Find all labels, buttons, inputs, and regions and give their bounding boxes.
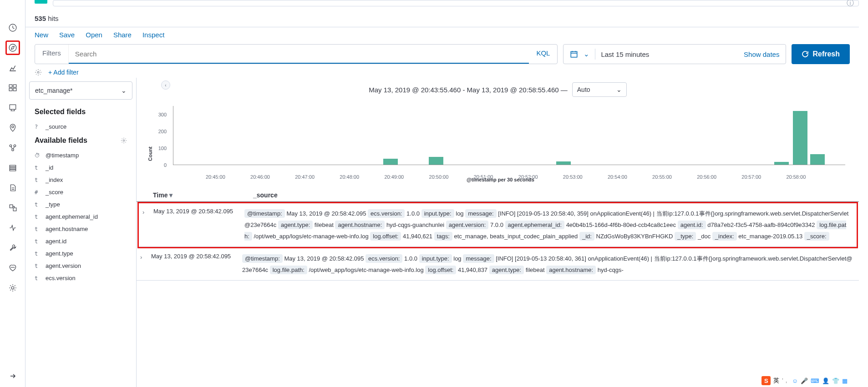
svg-point-18	[37, 71, 39, 73]
menu-save[interactable]: Save	[59, 31, 75, 39]
field-item[interactable]: ?_source	[25, 121, 136, 133]
table-header: Time ▾ _source	[137, 188, 859, 202]
svg-rect-14	[10, 205, 13, 208]
logs-icon[interactable]	[5, 181, 20, 195]
svg-point-19	[123, 140, 125, 141]
top-menu: New Save Open Share Inspect	[25, 31, 859, 44]
chart-bar[interactable]	[429, 157, 443, 165]
apm-icon[interactable]	[5, 201, 20, 215]
show-dates-link[interactable]: Show dates	[744, 50, 779, 58]
ml-icon[interactable]	[5, 141, 20, 155]
field-item[interactable]: t_id	[25, 161, 136, 174]
svg-rect-11	[10, 165, 16, 166]
field-item[interactable]: tagent.ephemeral_id	[25, 211, 136, 223]
svg-rect-6	[10, 105, 16, 109]
chart-bar[interactable]	[774, 162, 789, 165]
visualize-icon[interactable]	[5, 60, 20, 75]
search-input[interactable]	[69, 45, 529, 64]
field-item[interactable]: tecs.version	[25, 272, 136, 284]
expand-icon[interactable]: ›	[142, 208, 153, 242]
discover-icon[interactable]	[5, 40, 20, 55]
fields-panel: etc_manage* ⌄ Selected fields ?_source A…	[25, 78, 137, 387]
svg-rect-5	[13, 88, 16, 91]
main-content: ⓘ 535 hits New Save Open Share Inspect F…	[25, 0, 859, 387]
svg-rect-4	[9, 88, 12, 91]
field-item[interactable]: ⏱@timestamp	[25, 149, 136, 161]
gear-icon[interactable]	[121, 137, 127, 144]
svg-point-1	[9, 44, 16, 51]
menu-share[interactable]: Share	[113, 31, 132, 39]
doc-time: May 13, 2019 @ 20:58:42.095	[153, 208, 244, 242]
field-item[interactable]: t_index	[25, 174, 136, 186]
info-icon[interactable]: ⓘ	[847, 0, 854, 8]
expand-icon[interactable]: ›	[140, 253, 151, 276]
svg-point-8	[10, 145, 12, 147]
hits-bar: 535 hits	[25, 10, 859, 27]
interval-select[interactable]: Auto ⌄	[572, 82, 627, 97]
doc-source: @timestamp: May 13, 2019 @ 20:58:42.095 …	[242, 253, 855, 276]
monitoring-icon[interactable]	[5, 261, 20, 275]
menu-open[interactable]: Open	[86, 31, 102, 39]
svg-rect-13	[10, 169, 16, 171]
chart-bar[interactable]	[793, 111, 807, 165]
chart-bar[interactable]	[383, 159, 398, 165]
menu-inspect[interactable]: Inspect	[142, 31, 164, 39]
collapse-panel-icon[interactable]: ‹	[161, 80, 170, 90]
svg-point-16	[11, 286, 14, 289]
chevron-down-icon: ⌄	[584, 50, 589, 58]
refresh-button[interactable]: Refresh	[792, 44, 850, 64]
field-item[interactable]: tagent.hostname	[25, 223, 136, 235]
add-filter-link[interactable]: + Add filter	[48, 69, 79, 76]
table-row: › May 13, 2019 @ 20:58:42.095 @timestamp…	[137, 248, 859, 281]
hits-count: 535	[35, 15, 46, 22]
svg-point-7	[11, 126, 14, 128]
chart-bar[interactable]	[810, 154, 825, 165]
chevron-down-icon: ⌄	[121, 87, 127, 94]
svg-rect-2	[9, 85, 12, 87]
doc-time: May 13, 2019 @ 20:58:42.095	[151, 253, 242, 276]
collapse-icon[interactable]	[5, 369, 20, 383]
query-bar: Filters KQL	[35, 44, 558, 64]
chevron-down-icon: ⌄	[616, 86, 622, 93]
nav-sidebar	[0, 0, 25, 387]
kql-toggle[interactable]: KQL	[529, 45, 557, 64]
ime-logo: S	[761, 376, 771, 385]
maps-icon[interactable]	[5, 121, 20, 135]
devtools-icon[interactable]	[5, 241, 20, 255]
doc-source: @timestamp: May 13, 2019 @ 20:58:42.095 …	[244, 208, 853, 242]
available-fields-title: Available fields	[35, 136, 87, 145]
histogram-range: May 13, 2019 @ 20:43:55.460 - May 13, 20…	[369, 86, 568, 94]
field-item[interactable]: t_type	[25, 198, 136, 211]
field-item[interactable]: tagent.version	[25, 260, 136, 272]
ime-bar: S 英 '， ☺🎤⌨👤👕▦	[761, 374, 848, 387]
recent-icon[interactable]	[5, 20, 20, 35]
field-item[interactable]: #_score	[25, 186, 136, 198]
selected-fields-title: Selected fields	[25, 104, 136, 121]
svg-rect-3	[13, 85, 16, 87]
infra-icon[interactable]	[5, 161, 20, 175]
results-panel: May 13, 2019 @ 20:43:55.460 - May 13, 20…	[137, 78, 859, 387]
svg-rect-17	[571, 51, 578, 57]
menu-new[interactable]: New	[35, 31, 48, 39]
breadcrumb-bar: ⓘ	[53, 0, 859, 6]
hits-label: hits	[48, 15, 58, 22]
field-item[interactable]: tagent.type	[25, 247, 136, 260]
dashboard-icon[interactable]	[5, 80, 20, 95]
chart-bar[interactable]	[556, 161, 571, 165]
calendar-icon	[570, 50, 578, 58]
svg-rect-12	[10, 167, 16, 169]
canvas-icon[interactable]	[5, 101, 20, 115]
management-icon[interactable]	[5, 281, 20, 295]
svg-point-10	[11, 149, 14, 151]
svg-rect-15	[13, 208, 16, 211]
field-item[interactable]: tagent.id	[25, 235, 136, 247]
time-picker[interactable]: ⌄ Last 15 minutes Show dates	[563, 44, 786, 64]
filters-label[interactable]: Filters	[35, 45, 69, 64]
table-row: › May 13, 2019 @ 20:58:42.095 @timestamp…	[139, 203, 857, 247]
histogram-chart: Count 0100200300 20:45:0020:46:0020:47:0…	[137, 106, 859, 183]
svg-point-9	[14, 145, 16, 147]
index-pattern-select[interactable]: etc_manage* ⌄	[29, 81, 132, 100]
time-range-label: Last 15 minutes	[601, 50, 649, 58]
uptime-icon[interactable]	[5, 221, 20, 235]
gear-icon[interactable]	[35, 69, 42, 76]
